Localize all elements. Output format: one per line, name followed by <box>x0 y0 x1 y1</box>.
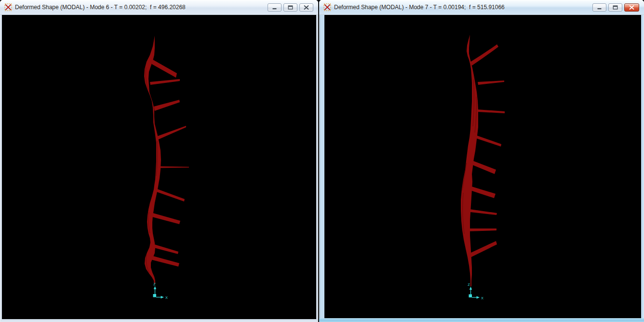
branch-hairline <box>160 166 189 168</box>
branch <box>478 80 504 85</box>
z-arrow-icon <box>154 286 156 290</box>
branch <box>157 189 185 201</box>
branch <box>150 79 180 85</box>
branch <box>475 135 501 147</box>
branch <box>470 160 496 174</box>
branch <box>157 126 186 140</box>
axis-x-label: X <box>481 296 483 300</box>
axis-z-label: Z <box>153 282 156 286</box>
branch <box>470 44 498 66</box>
x-arrow-icon <box>161 296 164 298</box>
deformed-shape-mode6 <box>144 36 189 284</box>
close-button[interactable] <box>299 3 313 12</box>
minimize-button[interactable] <box>268 3 282 12</box>
close-button[interactable] <box>624 3 639 12</box>
tower-spine <box>461 35 478 286</box>
deformed-shape-mode7 <box>461 35 505 286</box>
branch <box>466 209 497 215</box>
branch <box>151 59 177 78</box>
branch <box>469 241 497 257</box>
axis-triad: Z X <box>468 282 483 300</box>
maximize-button[interactable] <box>283 3 297 12</box>
branch <box>154 100 180 111</box>
window-title: Deformed Shape (MODAL) - Mode 7 - T = 0.… <box>334 4 505 11</box>
minimize-icon <box>597 5 602 10</box>
branch <box>152 244 178 254</box>
branch <box>150 213 180 224</box>
axis-triad: Z X <box>153 282 168 300</box>
caption-buttons <box>590 3 639 12</box>
caption-buttons <box>266 3 313 12</box>
model-viewport-mode7[interactable]: Z X <box>324 15 641 318</box>
window-title: Deformed Shape (MODAL) - Mode 6 - T = 0.… <box>15 4 186 11</box>
z-arrow-icon <box>470 287 472 290</box>
maximize-icon <box>288 5 293 10</box>
close-icon <box>629 5 634 10</box>
minimize-button[interactable] <box>592 3 606 12</box>
deformed-shape-window-icon <box>4 3 12 11</box>
branch <box>152 256 179 267</box>
x-arrow-icon <box>477 296 480 298</box>
deformed-shape-window-icon <box>323 3 331 11</box>
axis-x-label: X <box>165 295 168 300</box>
maximize-button[interactable] <box>608 3 622 12</box>
axis-z-label: Z <box>468 282 470 287</box>
model-viewport-mode6[interactable]: Z X <box>2 15 316 319</box>
window-mode7: Deformed Shape (MODAL) - Mode 7 - T = 0.… <box>319 0 644 322</box>
window-mode6: Deformed Shape (MODAL) - Mode 6 - T = 0.… <box>0 0 318 322</box>
titlebar-mode6[interactable]: Deformed Shape (MODAL) - Mode 6 - T = 0.… <box>0 0 318 15</box>
branch <box>466 228 496 231</box>
close-icon <box>304 5 309 10</box>
minimize-icon <box>272 5 277 10</box>
branch <box>477 109 505 113</box>
maximize-icon <box>613 5 618 10</box>
titlebar-mode7[interactable]: Deformed Shape (MODAL) - Mode 7 - T = 0.… <box>319 0 644 15</box>
